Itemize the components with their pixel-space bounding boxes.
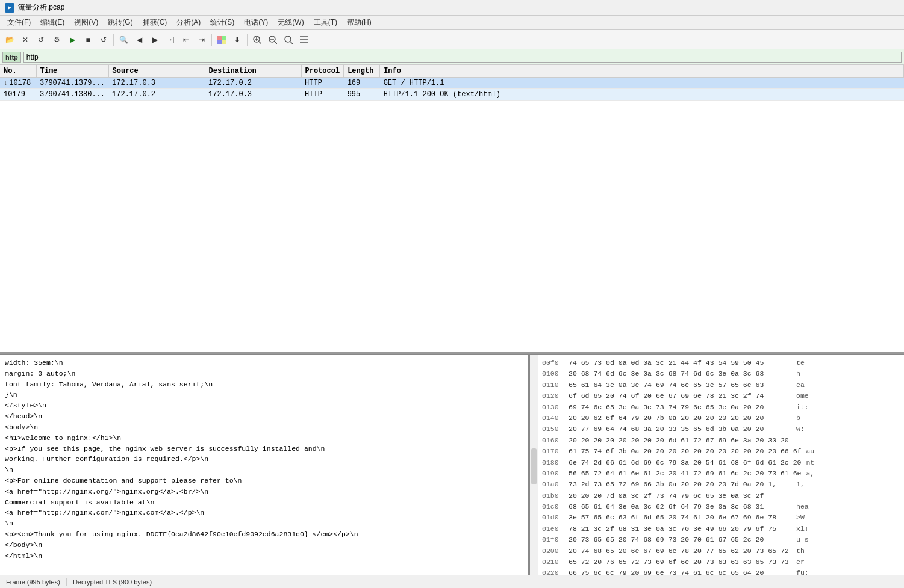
hex-bytes: 6e 74 2d 66 61 6d 69 6c 79 3a 20 54 61 6… [569, 457, 801, 468]
menu-telephony[interactable]: 电话(Y) [239, 16, 273, 29]
go-to-first-btn[interactable]: ⇤ [179, 32, 193, 47]
table-row[interactable]: ↓101783790741.1379...172.17.0.3172.17.0.… [0, 78, 904, 89]
col-protocol[interactable]: Protocol [301, 65, 344, 78]
zoom-normal-btn[interactable] [281, 32, 296, 47]
hex-ascii: th [796, 546, 805, 557]
hex-ascii: xl! [796, 524, 809, 534]
hex-offset: 0140 [542, 413, 564, 424]
hex-bytes: 74 65 73 0d 0a 0d 0a 3c 21 44 4f 43 54 5… [569, 357, 791, 368]
table-header-row: No. Time Source Destination Protocol Len… [0, 65, 904, 78]
colorize-btn[interactable] [214, 32, 229, 47]
hex-bytes: 69 74 6c 65 3e 0a 3c 73 74 79 6c 65 3e 0… [569, 402, 791, 413]
menu-tools[interactable]: 工具(T) [309, 16, 342, 29]
menu-file[interactable]: 文件(F) [2, 16, 36, 29]
toolbar: 📂 ✕ ↺ ⚙ ▶ ■ ↺ 🔍 ◀ ▶ →| ⇤ ⇥ ⬇ [0, 30, 904, 49]
hex-offset: 01c0 [542, 501, 564, 512]
resize-columns-btn[interactable] [297, 32, 311, 47]
hex-offset: 0130 [542, 402, 564, 413]
table-row[interactable]: 101793790741.1380...172.17.0.2172.17.0.3… [0, 89, 904, 101]
capture-options-btn[interactable]: ⚙ [49, 32, 64, 47]
menu-edit[interactable]: 编辑(E) [36, 16, 69, 29]
hex-offset: 0170 [542, 446, 564, 457]
go-forward-btn[interactable]: ▶ [148, 32, 162, 47]
hex-bytes: 20 68 74 6d 6c 3e 0a 3c 68 74 6d 6c 3e 0… [569, 368, 791, 379]
svg-line-5 [259, 42, 261, 44]
menu-help[interactable]: 帮助(H) [342, 16, 376, 29]
reload-capture-btn[interactable]: ↺ [34, 32, 48, 47]
go-to-last-btn[interactable]: ⇥ [195, 32, 209, 47]
zoom-out-btn[interactable] [266, 32, 280, 47]
go-to-packet-btn[interactable]: →| [163, 32, 178, 47]
hex-row: 00f074 65 73 0d 0a 0d 0a 3c 21 44 4f 43 … [542, 357, 900, 368]
title-bar-text: 流量分析.pcap [18, 2, 64, 13]
detail-panel[interactable]: width: 35em;\n margin: 0 auto;\n font-fa… [0, 355, 530, 588]
filter-input[interactable] [23, 52, 902, 63]
menu-capture[interactable]: 捕获(C) [138, 16, 172, 29]
row-no-cell: 10179 [0, 89, 36, 100]
hex-row: 017061 75 74 6f 3b 0a 20 20 20 20 20 20 … [542, 446, 900, 457]
auto-scroll-btn[interactable]: ⬇ [230, 32, 245, 47]
menu-goto[interactable]: 跳转(G) [103, 16, 137, 29]
menu-analyze[interactable]: 分析(A) [172, 16, 205, 29]
detail-line: <p><em>Thank you for using nginx. DDCTF{… [5, 529, 523, 540]
col-info[interactable]: Info [380, 65, 904, 78]
hex-row: 01c068 65 61 64 3e 0a 3c 62 6f 64 79 3e … [542, 501, 900, 512]
svg-rect-1 [222, 36, 226, 40]
col-no[interactable]: No. [0, 65, 36, 78]
hex-panel[interactable]: 00f074 65 73 0d 0a 0d 0a 3c 21 44 4f 43 … [538, 355, 904, 588]
hex-bytes: 65 72 20 76 65 72 73 69 6f 6e 20 73 63 6… [569, 557, 791, 568]
hex-ascii: b [796, 413, 800, 424]
menu-view[interactable]: 视图(V) [69, 16, 103, 29]
svg-rect-2 [217, 40, 222, 44]
hex-ascii: hea [796, 501, 809, 512]
hex-bytes: 20 20 62 6f 64 79 20 7b 0a 20 20 20 20 2… [569, 413, 791, 424]
filter-bar: http [0, 49, 904, 65]
row-destination-cell: 172.17.0.2 [205, 78, 301, 89]
start-capture-btn[interactable]: ▶ [65, 32, 79, 47]
go-back-btn[interactable]: ◀ [132, 32, 146, 47]
hex-row: 01806e 74 2d 66 61 6d 69 6c 79 3a 20 54 … [542, 457, 900, 468]
col-time[interactable]: Time [36, 65, 108, 78]
hex-bytes: 78 21 3c 2f 68 31 3e 0a 3c 70 3e 49 66 2… [569, 524, 791, 534]
detail-scrollbar[interactable] [530, 355, 538, 588]
hex-offset: 0180 [542, 457, 564, 468]
row-length-cell: 169 [344, 78, 380, 89]
hex-row: 01e078 21 3c 2f 68 31 3e 0a 3c 70 3e 49 … [542, 524, 900, 534]
row-protocol-cell: HTTP [301, 89, 344, 101]
restart-capture-btn[interactable]: ↺ [96, 32, 111, 47]
hex-row: 011065 61 64 3e 0a 3c 74 69 74 6c 65 3e … [542, 380, 900, 391]
row-time-cell: 3790741.1379... [36, 78, 108, 89]
detail-content: width: 35em;\n margin: 0 auto;\n font-fa… [5, 357, 523, 561]
col-length[interactable]: Length [344, 65, 380, 78]
detail-line: font-family: Tahoma, Verdana, Arial, san… [5, 379, 523, 390]
col-destination[interactable]: Destination [205, 65, 301, 78]
hex-ascii: it: [796, 402, 809, 413]
menu-statistics[interactable]: 统计(S) [205, 16, 239, 29]
hex-ascii: te [796, 357, 805, 368]
find-packet-btn[interactable]: 🔍 [116, 32, 131, 47]
close-capture-btn[interactable]: ✕ [18, 32, 33, 47]
hex-content: 00f074 65 73 0d 0a 0d 0a 3c 21 44 4f 43 … [542, 357, 900, 588]
open-capture-btn[interactable]: 📂 [2, 32, 17, 47]
detail-line: <a href="http://nginx.com/">nginx.com</a… [5, 507, 523, 518]
hex-bytes: 20 73 65 65 20 74 68 69 73 20 70 61 67 6… [569, 534, 791, 545]
packet-table-body: ↓101783790741.1379...172.17.0.3172.17.0.… [0, 78, 904, 101]
stop-capture-btn[interactable]: ■ [81, 32, 95, 47]
detail-line: \n [5, 518, 523, 529]
col-source[interactable]: Source [108, 65, 205, 78]
detail-line: <p>If you see this page, the nginx web s… [5, 444, 523, 454]
hex-offset: 01f0 [542, 534, 564, 545]
hex-row: 01b020 20 20 7d 0a 3c 2f 73 74 79 6c 65 … [542, 491, 900, 501]
row-length-cell: 995 [344, 89, 380, 101]
menu-wireless[interactable]: 无线(W) [273, 16, 308, 29]
hex-offset: 0150 [542, 424, 564, 435]
frame-info: Frame (995 bytes) [0, 578, 67, 586]
menu-bar: 文件(F) 编辑(E) 视图(V) 跳转(G) 捕获(C) 分析(A) 统计(S… [0, 16, 904, 30]
hex-bytes: 20 20 20 20 20 20 20 20 6d 61 72 67 69 6… [569, 435, 791, 446]
hex-ascii: h [796, 368, 800, 379]
row-time-cell: 3790741.1380... [36, 89, 108, 101]
zoom-in-btn[interactable] [250, 32, 264, 47]
hex-row: 01f020 73 65 65 20 74 68 69 73 20 70 61 … [542, 534, 900, 545]
svg-point-11 [285, 36, 291, 42]
hex-ascii: er [796, 557, 805, 568]
